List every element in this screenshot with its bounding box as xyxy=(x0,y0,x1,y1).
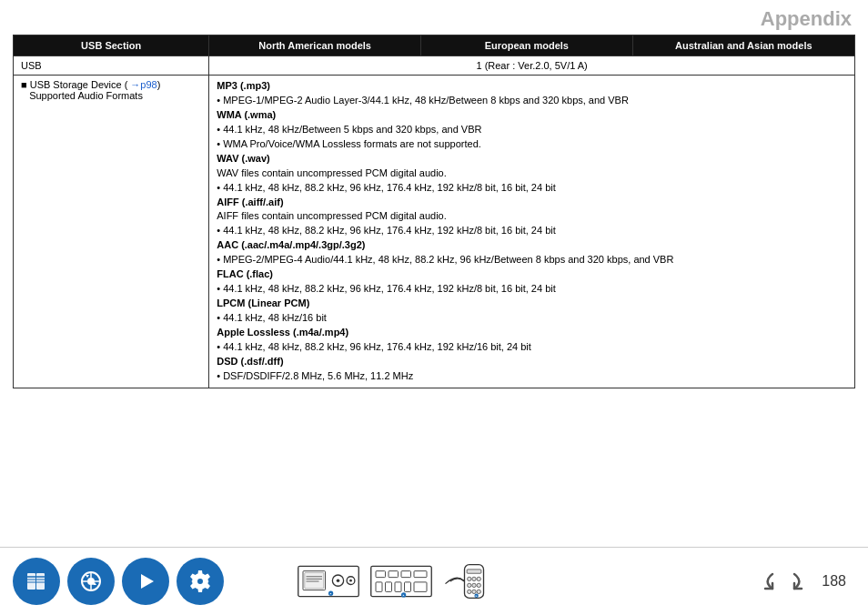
svg-point-47 xyxy=(477,583,480,587)
usb-version-cell: 1 (Rear : Ver.2.0, 5V/1 A) xyxy=(209,56,855,76)
bottom-nav-bar: 188 xyxy=(0,547,868,615)
svg-point-23 xyxy=(337,579,340,582)
svg-point-15 xyxy=(197,578,204,585)
receiver-front-icon[interactable] xyxy=(297,562,360,600)
receiver-back-icon[interactable] xyxy=(369,562,433,600)
back-arrow-button[interactable] xyxy=(752,567,782,596)
svg-marker-14 xyxy=(141,574,154,589)
header-usb: USB Section xyxy=(14,35,209,56)
svg-rect-37 xyxy=(414,582,427,592)
svg-rect-1 xyxy=(36,573,45,590)
svg-rect-31 xyxy=(401,571,411,578)
svg-rect-18 xyxy=(305,572,324,589)
svg-point-46 xyxy=(472,583,476,587)
svg-point-48 xyxy=(468,590,471,593)
page-title: Appendix xyxy=(0,0,868,35)
header-au: Australian and Asian models xyxy=(632,35,854,56)
svg-rect-32 xyxy=(414,571,427,578)
svg-rect-30 xyxy=(389,571,399,578)
svg-rect-35 xyxy=(395,582,401,592)
header-na: North American models xyxy=(209,35,421,56)
nav-arrows: 188 xyxy=(752,567,846,596)
main-table: USB Section North American models Europe… xyxy=(13,35,855,388)
usb-label-cell: USB xyxy=(14,56,209,76)
table-row-usb-storage: ■ USB Storage Device ( →p98) Supported A… xyxy=(14,76,855,388)
nav-icons-center xyxy=(297,562,506,600)
svg-rect-36 xyxy=(405,582,411,592)
nav-icons-left xyxy=(13,558,224,605)
header-eu: European models xyxy=(420,35,632,56)
remote-icon[interactable] xyxy=(442,562,506,600)
play-icon[interactable] xyxy=(122,558,169,605)
svg-point-50 xyxy=(477,590,480,593)
svg-point-9 xyxy=(87,578,95,585)
svg-point-44 xyxy=(477,577,480,580)
svg-point-49 xyxy=(472,590,476,593)
svg-point-25 xyxy=(349,580,352,582)
usb-icon[interactable] xyxy=(67,558,115,605)
usb-storage-label: ■ USB Storage Device ( →p98) Supported A… xyxy=(14,76,209,388)
audio-formats-cell: MP3 (.mp3) • MPEG-1/MPEG-2 Audio Layer-3… xyxy=(209,76,855,388)
p98-link[interactable]: →p98 xyxy=(130,79,156,90)
svg-point-42 xyxy=(468,577,471,580)
svg-rect-0 xyxy=(27,573,35,590)
svg-point-45 xyxy=(468,583,471,587)
disc-icon[interactable] xyxy=(13,558,60,605)
page-number: 188 xyxy=(822,573,846,590)
table-row-usb: USB 1 (Rear : Ver.2.0, 5V/1 A) xyxy=(14,56,855,76)
svg-point-43 xyxy=(472,577,476,580)
svg-rect-41 xyxy=(467,570,481,573)
forward-arrow-button[interactable] xyxy=(785,567,814,596)
svg-rect-34 xyxy=(386,582,392,592)
settings-icon[interactable] xyxy=(177,558,224,605)
svg-rect-33 xyxy=(376,582,382,592)
svg-rect-29 xyxy=(376,571,386,578)
